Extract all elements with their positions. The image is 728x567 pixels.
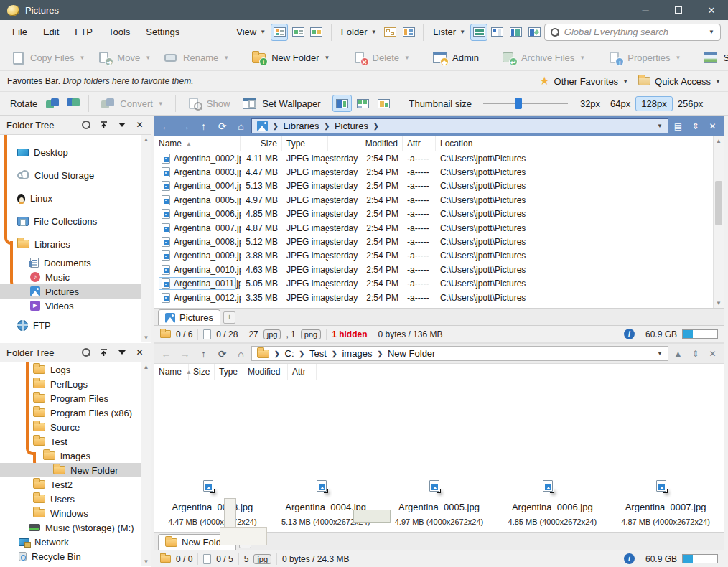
tree-collapse-all-icon[interactable] bbox=[99, 121, 108, 130]
column-location[interactable]: Location bbox=[436, 136, 724, 151]
lister-horizontal-button[interactable] bbox=[470, 24, 487, 41]
swap-displays-icon[interactable]: ⇕ bbox=[688, 121, 703, 131]
file-row[interactable]: Argentina_0009.jpg3.88 MBJPEG imageYeste… bbox=[154, 249, 724, 263]
maximize-button[interactable] bbox=[662, 0, 695, 20]
column-modified[interactable]: Modified bbox=[243, 364, 288, 380]
folder-sync-button[interactable] bbox=[401, 24, 418, 41]
back-icon[interactable]: ← bbox=[158, 121, 174, 132]
tree-item-cloud-storage[interactable]: Cloud Storage bbox=[0, 164, 151, 187]
rename-button[interactable]: Rename▼ bbox=[157, 47, 235, 68]
tree-item-recycle-bin[interactable]: Recycle Bin bbox=[0, 549, 151, 563]
tab-pictures[interactable]: Pictures bbox=[158, 309, 220, 325]
size-64px[interactable]: 64px bbox=[605, 97, 635, 111]
tree-item-videos[interactable]: ▶Videos bbox=[0, 299, 151, 313]
column-type[interactable]: Type bbox=[282, 136, 328, 151]
thumbnail-item[interactable]: Argentina_0003.jpg 4.47 MB (4000x2672x24… bbox=[156, 380, 269, 532]
search-input[interactable] bbox=[564, 27, 704, 37]
back-icon[interactable]: ← bbox=[158, 348, 174, 360]
file-row[interactable]: Argentina_0010.jpg4.63 MBJPEG imageYeste… bbox=[154, 263, 724, 276]
tree-item-source[interactable]: Source bbox=[0, 420, 151, 434]
up-icon[interactable]: ↑ bbox=[195, 121, 212, 132]
size-256px[interactable]: 256px bbox=[673, 97, 708, 111]
crumb-test[interactable]: Test bbox=[309, 348, 327, 359]
scroll-down-icon[interactable]: ▼ bbox=[144, 334, 149, 341]
dual-display-icon[interactable]: ▤ bbox=[671, 121, 686, 131]
menu-edit[interactable]: Edit bbox=[35, 27, 67, 37]
up-icon[interactable]: ↑ bbox=[195, 348, 212, 360]
search-dropdown-icon[interactable]: ▼ bbox=[709, 29, 714, 35]
tree-item-test2[interactable]: Test2 bbox=[0, 477, 151, 492]
thumb-mode-3-button[interactable] bbox=[374, 95, 393, 112]
tree-item-users[interactable]: Users bbox=[0, 492, 151, 506]
view-details-button[interactable] bbox=[271, 24, 288, 41]
rotate-right-button[interactable] bbox=[63, 95, 83, 112]
tree-item-program-files[interactable]: Program Files bbox=[0, 391, 151, 406]
breadcrumb[interactable]: ❯ Libraries ❯ Pictures ❯ ▼ bbox=[251, 118, 668, 133]
minimize-button[interactable]: ─ bbox=[629, 0, 662, 20]
quick-access-button[interactable]: Quick Access▼ bbox=[638, 76, 721, 87]
forward-icon[interactable]: → bbox=[177, 121, 193, 132]
slider-knob[interactable] bbox=[515, 98, 522, 109]
tree-item-music[interactable]: ♪Music bbox=[0, 270, 151, 284]
other-favorites-button[interactable]: ★Other Favorites▼ bbox=[539, 76, 628, 87]
file-row[interactable]: Argentina_0002.jpg4.11 MBJPEG imageYeste… bbox=[154, 151, 724, 165]
properties-button[interactable]: iProperties▼ bbox=[602, 47, 687, 68]
crumb-libraries[interactable]: Libraries bbox=[284, 121, 319, 131]
tree-item-program-files-x86[interactable]: Program Files (x86) bbox=[0, 406, 151, 420]
tree-item-network[interactable]: Network bbox=[0, 535, 151, 549]
tree-item-test[interactable]: Test bbox=[0, 434, 151, 449]
tree-item-libraries[interactable]: Libraries bbox=[0, 233, 151, 256]
scroll-down-icon[interactable]: ▼ bbox=[144, 558, 149, 565]
size-32px[interactable]: 32px bbox=[575, 97, 605, 111]
view-thumbnails-button[interactable] bbox=[308, 24, 325, 41]
menu-file[interactable]: File bbox=[4, 27, 35, 37]
move-button[interactable]: ➜Move▼ bbox=[91, 47, 157, 68]
tree-item-linux[interactable]: Linux bbox=[0, 187, 151, 210]
dual-display-icon[interactable]: ▲ bbox=[671, 349, 686, 359]
tree-item-file-collections[interactable]: File Collections bbox=[0, 210, 151, 233]
file-row[interactable]: Argentina_0005.jpg4.97 MBJPEG imageYeste… bbox=[154, 193, 724, 207]
menu-settings[interactable]: Settings bbox=[138, 27, 187, 37]
tree-item-desktop[interactable]: Desktop bbox=[0, 141, 151, 164]
column-attr[interactable]: Attr bbox=[403, 136, 436, 151]
archive-files-button[interactable]: ↩Archive Files▼ bbox=[495, 47, 592, 68]
copy-files-button[interactable]: Copy Files▼ bbox=[4, 47, 91, 68]
tree-menu-icon[interactable] bbox=[117, 121, 126, 130]
thumbnail-item[interactable]: Argentina_0004.jpg 5.13 MB (4000x2672x24… bbox=[269, 380, 383, 532]
thumbnail-item[interactable]: Argentina_0006.jpg 4.85 MB (4000x2672x24… bbox=[495, 380, 609, 532]
tree-search-icon[interactable] bbox=[81, 348, 90, 357]
swap-displays-icon[interactable]: ⇕ bbox=[688, 349, 703, 359]
tree-menu-icon[interactable] bbox=[117, 348, 126, 357]
file-row[interactable]: Argentina_0008.jpg5.12 MBJPEG imageYeste… bbox=[154, 235, 724, 248]
new-folder-button[interactable]: +New Folder▼ bbox=[246, 47, 336, 68]
column-size[interactable]: Size bbox=[189, 364, 215, 380]
rotate-left-button[interactable] bbox=[42, 95, 62, 112]
column-name[interactable]: Name▲ bbox=[154, 364, 189, 380]
convert-button[interactable]: Convert▼ bbox=[94, 93, 169, 114]
view-power-button[interactable] bbox=[289, 24, 307, 41]
crumb-pictures[interactable]: Pictures bbox=[335, 121, 368, 131]
folder-menu[interactable]: Folder▼ bbox=[337, 27, 381, 37]
info-icon[interactable]: i bbox=[624, 553, 635, 564]
crumb-new-folder[interactable]: New Folder bbox=[388, 348, 435, 359]
path-dropdown-icon[interactable]: ▼ bbox=[657, 123, 663, 129]
breadcrumb[interactable]: ❯ C: ❯ Test ❯ images ❯ New Folder ▼ bbox=[251, 346, 668, 361]
menu-ftp[interactable]: FTP bbox=[67, 27, 101, 37]
refresh-icon[interactable]: ⟳ bbox=[214, 348, 230, 360]
close-button[interactable]: ✕ bbox=[695, 0, 728, 20]
home-icon[interactable]: ⌂ bbox=[233, 121, 249, 132]
tree-item-logs[interactable]: Logs bbox=[0, 362, 151, 377]
lister-menu[interactable]: Lister▼ bbox=[429, 27, 470, 37]
refresh-icon[interactable]: ⟳ bbox=[214, 121, 230, 132]
lister-single-button[interactable] bbox=[508, 24, 525, 41]
path-dropdown-icon[interactable]: ▼ bbox=[657, 350, 663, 357]
tree-item-windows[interactable]: Windows bbox=[0, 506, 151, 520]
show-button[interactable]: Show bbox=[181, 93, 237, 114]
close-display-icon[interactable]: ✕ bbox=[705, 121, 720, 131]
column-type[interactable]: Type bbox=[215, 364, 243, 380]
file-row[interactable]: Argentina_0004.jpg5.13 MBJPEG imageYeste… bbox=[154, 179, 724, 193]
crumb-images[interactable]: images bbox=[342, 348, 372, 359]
info-icon[interactable]: i bbox=[624, 329, 635, 339]
lister-viewer-button[interactable] bbox=[526, 24, 543, 41]
slideshow-button[interactable]: Slideshow▼ bbox=[697, 47, 728, 68]
